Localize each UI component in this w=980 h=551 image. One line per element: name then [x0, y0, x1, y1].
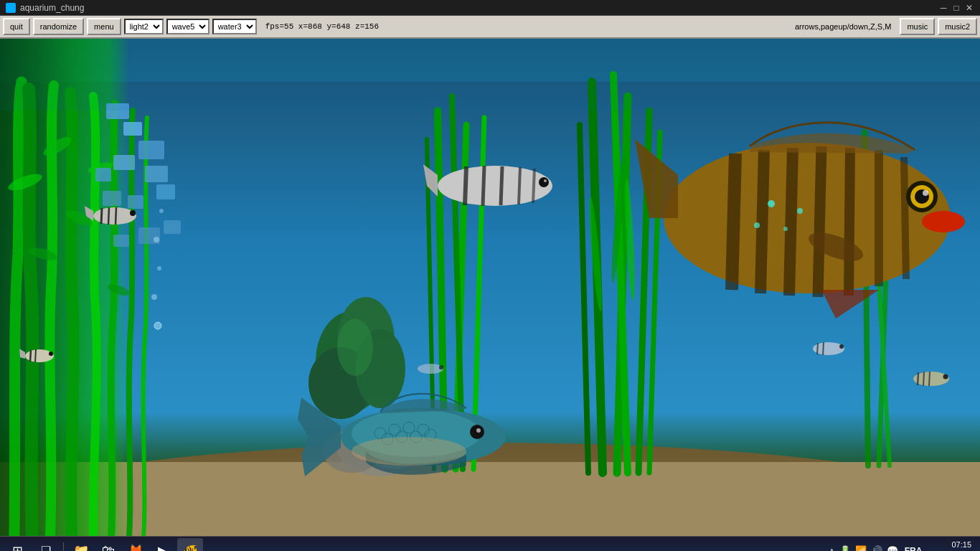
- svg-line-70: [519, 167, 520, 204]
- svg-rect-20: [113, 155, 135, 170]
- aquarium-icon: 🐠: [182, 543, 198, 552]
- svg-line-53: [849, 148, 850, 296]
- aquarium-button[interactable]: 🐠: [177, 538, 203, 552]
- svg-point-85: [476, 428, 481, 433]
- svg-rect-22: [145, 166, 168, 182]
- volume-icon[interactable]: 🔊: [871, 545, 882, 551]
- svg-rect-21: [95, 168, 111, 182]
- svg-point-109: [157, 266, 161, 270]
- svg-rect-23: [156, 184, 175, 199]
- svg-line-49: [732, 154, 735, 290]
- svg-point-86: [352, 437, 466, 466]
- media-player-button[interactable]: ▶: [150, 538, 176, 552]
- light-select[interactable]: light2 light1 light3 light4: [124, 19, 164, 34]
- svg-line-67: [465, 166, 466, 205]
- titlebar-left: aquarium_chung: [6, 3, 84, 13]
- media-icon: ▶: [158, 543, 168, 552]
- svg-point-96: [418, 364, 443, 374]
- svg-line-104: [923, 372, 924, 386]
- maximize-button[interactable]: □: [951, 3, 961, 13]
- svg-rect-24: [128, 195, 143, 209]
- taskbar-divider: [63, 542, 64, 552]
- svg-point-101: [839, 344, 844, 349]
- svg-rect-25: [103, 191, 121, 206]
- close-button[interactable]: ✕: [964, 3, 974, 13]
- svg-line-71: [533, 169, 534, 203]
- wave-select[interactable]: wave5 wave1 wave2 wave3 wave4: [166, 19, 209, 34]
- svg-point-73: [544, 179, 547, 182]
- music-button[interactable]: music: [900, 18, 935, 35]
- svg-line-52: [818, 146, 821, 297]
- svg-point-97: [439, 365, 443, 369]
- window-controls: ─ □ ✕: [938, 3, 974, 13]
- svg-rect-28: [113, 235, 129, 247]
- toolbar: quit randomize menu light2 light1 light3…: [0, 16, 980, 39]
- quit-button[interactable]: quit: [3, 18, 30, 35]
- file-explorer-button[interactable]: 📁: [68, 538, 94, 552]
- svg-point-107: [154, 322, 161, 329]
- svg-line-105: [929, 372, 930, 386]
- start-button[interactable]: ⊞: [3, 538, 32, 552]
- svg-point-63: [923, 190, 928, 196]
- svg-point-59: [783, 227, 788, 231]
- chevron-icon[interactable]: ∧: [829, 546, 835, 552]
- svg-rect-18: [123, 122, 142, 136]
- minimize-button[interactable]: ─: [938, 3, 948, 13]
- svg-line-99: [817, 343, 818, 354]
- svg-line-55: [904, 157, 906, 279]
- aquarium-scene: [0, 39, 980, 536]
- svg-line-51: [789, 148, 793, 296]
- svg-point-47: [337, 319, 373, 376]
- svg-rect-19: [138, 141, 164, 159]
- svg-rect-26: [164, 220, 181, 234]
- svg-rect-3: [0, 462, 980, 536]
- svg-line-89: [108, 207, 109, 225]
- firefox-button[interactable]: 🦊: [123, 538, 149, 552]
- store-button[interactable]: 🛍: [95, 538, 121, 552]
- file-explorer-icon: 📁: [73, 543, 89, 552]
- svg-line-69: [501, 166, 502, 205]
- svg-line-94: [35, 349, 36, 362]
- task-view-icon: ❑: [41, 544, 51, 551]
- svg-point-72: [539, 177, 549, 187]
- randomize-button[interactable]: randomize: [33, 18, 84, 35]
- svg-line-50: [760, 150, 764, 293]
- svg-point-110: [154, 237, 159, 242]
- svg-point-91: [130, 210, 136, 216]
- svg-line-90: [116, 207, 116, 225]
- windows-icon: ⊞: [12, 543, 23, 552]
- aquarium-viewport[interactable]: [0, 39, 980, 536]
- task-view-button[interactable]: ❑: [33, 538, 59, 552]
- svg-line-103: [918, 372, 918, 385]
- clock: 07:15: [928, 540, 971, 550]
- svg-point-108: [151, 294, 157, 300]
- time-display[interactable]: 07:15 21/09/2016: [928, 540, 971, 551]
- svg-point-106: [943, 375, 948, 380]
- firefox-icon: 🦊: [128, 543, 143, 552]
- music2-button[interactable]: music2: [938, 18, 977, 35]
- svg-point-111: [159, 209, 164, 213]
- network-icon[interactable]: 📶: [855, 545, 867, 551]
- menu-button[interactable]: menu: [87, 18, 121, 35]
- status-display: fps=55 x=868 y=648 z=156: [260, 22, 385, 31]
- hint-display: arrows,pageup/down,Z,S,M: [789, 22, 897, 31]
- svg-line-88: [101, 208, 102, 224]
- water-select[interactable]: water3 water1 water2 water4: [212, 19, 257, 34]
- svg-line-93: [30, 350, 31, 362]
- app-icon: [6, 3, 16, 13]
- taskbar: ⊞ ❑ 📁 🛍 🦊 ▶ 🐠 ∧ 🔋 📶 🔊 💬 FRA 07:15 21/09/…: [0, 536, 980, 551]
- title-bar: aquarium_chung ─ □ ✕: [0, 0, 980, 16]
- svg-line-68: [483, 166, 484, 206]
- window-title: aquarium_chung: [20, 3, 84, 13]
- store-icon: 🛍: [102, 543, 115, 551]
- svg-point-64: [922, 211, 965, 232]
- svg-point-57: [797, 208, 803, 214]
- taskbar-right-section: ∧ 🔋 📶 🔊 💬 FRA 07:15 21/09/2016: [829, 540, 977, 551]
- svg-rect-112: [0, 39, 980, 110]
- battery-icon[interactable]: 🔋: [839, 545, 851, 551]
- language-display[interactable]: FRA: [903, 546, 924, 552]
- svg-point-95: [49, 352, 53, 356]
- svg-point-56: [768, 200, 775, 207]
- notification-icon[interactable]: 💬: [887, 545, 898, 551]
- svg-line-100: [823, 342, 824, 355]
